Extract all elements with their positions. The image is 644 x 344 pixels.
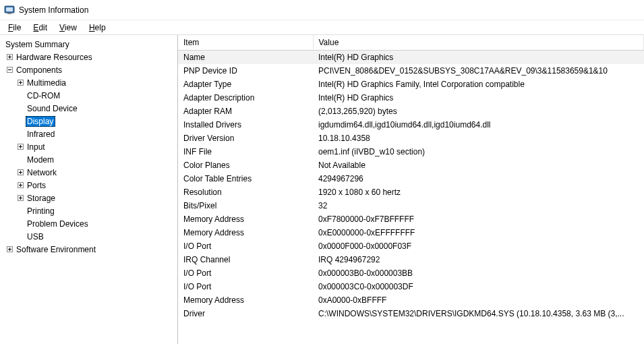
table-row[interactable]: INF Fileoem1.inf (iIVBD_w10 section) (178, 145, 644, 159)
table-row[interactable]: Driver Version10.18.10.4358 (178, 132, 644, 145)
cell-value: 0xF7800000-0xF7BFFFFF (313, 212, 644, 226)
menu-edit-label: dit (38, 23, 47, 32)
cell-item: PNP Device ID (178, 64, 313, 78)
cell-item: I/O Port (178, 266, 313, 280)
table-row[interactable]: I/O Port0x000003C0-0x000003DF (178, 280, 644, 293)
table-row[interactable]: Memory Address0xE0000000-0xEFFFFFFF (178, 226, 644, 239)
window-title: System Information (19, 5, 88, 15)
cell-value: Intel(R) HD Graphics (313, 51, 644, 65)
expand-icon[interactable] (15, 142, 26, 152)
tree-components[interactable]: Components (4, 63, 177, 76)
tree-multimedia[interactable]: Multimedia (4, 76, 177, 89)
table-row[interactable]: I/O Port0x000003B0-0x000003BB (178, 266, 644, 280)
tree-usb[interactable]: USB (4, 230, 177, 243)
expand-icon[interactable] (15, 180, 26, 191)
tree-label: CD-ROM (26, 90, 62, 101)
cell-value: 0xE0000000-0xEFFFFFFF (313, 226, 644, 239)
details-panel[interactable]: Item Value NameIntel(R) HD GraphicsPNP D… (178, 35, 644, 344)
table-row[interactable]: Adapter DescriptionIntel(R) HD Graphics (178, 91, 644, 105)
table-row[interactable]: DriverC:\WINDOWS\SYSTEM32\DRIVERS\IGDKMD… (178, 307, 644, 320)
table-row[interactable]: Bits/Pixel32 (178, 199, 644, 212)
tree-hardware-resources[interactable]: Hardware Resources (4, 51, 177, 63)
cell-item: Adapter Type (178, 78, 313, 91)
tree-infrared[interactable]: Infrared (4, 127, 177, 140)
cell-item: INF File (178, 145, 313, 159)
tree-display[interactable]: Display (4, 115, 177, 127)
tree-printing[interactable]: Printing (4, 204, 177, 217)
cell-item: I/O Port (178, 280, 313, 293)
cell-item: Bits/Pixel (178, 199, 313, 212)
menu-edit[interactable]: Edit (28, 22, 53, 34)
tree-label: Storage (26, 193, 57, 204)
column-header-value[interactable]: Value (313, 35, 644, 51)
tree-storage[interactable]: Storage (4, 192, 177, 204)
table-row[interactable]: Color Table Entries4294967296 (178, 172, 644, 185)
tree-label: Components (15, 65, 64, 76)
collapse-icon[interactable] (4, 65, 15, 76)
cell-value: 10.18.10.4358 (313, 132, 644, 145)
cell-value: 1920 x 1080 x 60 hertz (313, 185, 644, 199)
table-row[interactable]: Memory Address0xA0000-0xBFFFF (178, 293, 644, 307)
tree-panel[interactable]: System Summary Hardware Resources Compon… (0, 35, 178, 344)
cell-value: 0x000003C0-0x000003DF (313, 280, 644, 293)
tree-sound-device[interactable]: Sound Device (4, 102, 177, 115)
tree-cdrom[interactable]: CD-ROM (4, 89, 177, 102)
menu-help[interactable]: Help (84, 22, 111, 34)
cell-value: Intel(R) HD Graphics Family, Intel Corpo… (313, 78, 644, 91)
table-row[interactable]: NameIntel(R) HD Graphics (178, 51, 644, 65)
table-row[interactable]: PNP Device IDPCI\VEN_8086&DEV_0152&SUBSY… (178, 64, 644, 78)
expand-icon[interactable] (15, 78, 26, 88)
menu-file-label: ile (13, 23, 21, 32)
tree-label: Ports (26, 180, 48, 191)
cell-item: Driver Version (178, 132, 313, 145)
cell-item: Memory Address (178, 293, 313, 307)
tree-input[interactable]: Input (4, 140, 177, 153)
tree-label: Network (26, 167, 59, 178)
content: System Summary Hardware Resources Compon… (0, 35, 644, 344)
tree-system-summary[interactable]: System Summary (4, 38, 177, 51)
details-table: Item Value NameIntel(R) HD GraphicsPNP D… (178, 35, 644, 320)
expand-icon[interactable] (15, 167, 26, 178)
table-row[interactable]: IRQ ChannelIRQ 4294967292 (178, 253, 644, 266)
cell-item: Installed Drivers (178, 118, 313, 132)
tree-label: USB (26, 231, 46, 242)
table-row[interactable]: Memory Address0xF7800000-0xF7BFFFFF (178, 212, 644, 226)
cell-item: Resolution (178, 185, 313, 199)
expand-icon[interactable] (15, 193, 26, 204)
svg-rect-2 (7, 13, 11, 14)
tree-problem-devices[interactable]: Problem Devices (4, 217, 177, 230)
cell-item: Color Table Entries (178, 172, 313, 185)
cell-value: 32 (313, 199, 644, 212)
cell-item: Adapter Description (178, 91, 313, 105)
tree-network[interactable]: Network (4, 166, 177, 179)
tree-label: Input (26, 142, 47, 152)
cell-item: IRQ Channel (178, 253, 313, 266)
table-row[interactable]: Resolution1920 x 1080 x 60 hertz (178, 185, 644, 199)
svg-rect-1 (6, 7, 13, 11)
cell-value: Not Available (313, 159, 644, 172)
table-row[interactable]: Adapter TypeIntel(R) HD Graphics Family,… (178, 78, 644, 91)
tree-label: System Summary (4, 39, 71, 50)
table-row[interactable]: Installed Driversigdumdim64.dll,igd10ium… (178, 118, 644, 132)
column-header-item[interactable]: Item (178, 35, 313, 51)
menu-view[interactable]: View (54, 22, 82, 34)
tree-label: Sound Device (26, 103, 80, 114)
menubar: File Edit View Help (0, 20, 644, 35)
system-information-icon (4, 5, 15, 16)
table-row[interactable]: I/O Port0x0000F000-0x0000F03F (178, 239, 644, 253)
expand-icon[interactable] (4, 244, 15, 255)
tree-ports[interactable]: Ports (4, 179, 177, 192)
tree-label: Hardware Resources (15, 52, 94, 63)
tree-modem[interactable]: Modem (4, 153, 177, 166)
cell-item: Color Planes (178, 159, 313, 172)
table-row[interactable]: Adapter RAM(2,013,265,920) bytes (178, 105, 644, 118)
cell-value: oem1.inf (iIVBD_w10 section) (313, 145, 644, 159)
cell-value: C:\WINDOWS\SYSTEM32\DRIVERS\IGDKMD64.SYS… (313, 307, 644, 320)
expand-icon[interactable] (4, 52, 15, 63)
table-row[interactable]: Color PlanesNot Available (178, 159, 644, 172)
menu-file[interactable]: File (3, 22, 26, 34)
tree-software-environment[interactable]: Software Environment (4, 243, 177, 256)
tree-label-selected: Display (26, 116, 55, 127)
tree-label: Infrared (26, 129, 57, 140)
cell-item: Driver (178, 307, 313, 320)
